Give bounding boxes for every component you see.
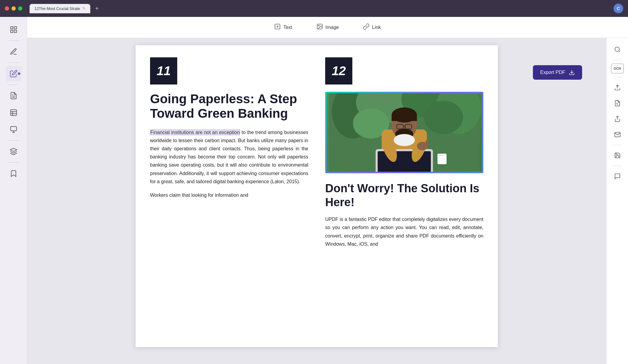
right-number-badge: 12 xyxy=(325,57,352,85)
article-image xyxy=(327,93,482,172)
link-label: Link xyxy=(372,25,381,30)
export-icon xyxy=(569,69,575,75)
image-icon xyxy=(316,23,323,31)
svg-point-31 xyxy=(394,134,415,146)
ocr-button[interactable]: OCR xyxy=(611,64,624,73)
svg-rect-0 xyxy=(11,27,13,29)
doc-area[interactable]: Export PDF 11 xyxy=(27,38,606,364)
image-tool[interactable]: Image xyxy=(312,21,344,34)
svg-rect-35 xyxy=(438,155,446,156)
body-text-block: Financial institutions are not an except… xyxy=(150,128,308,186)
svg-rect-10 xyxy=(11,126,17,131)
link-icon xyxy=(363,23,370,31)
svg-point-43 xyxy=(617,103,617,104)
sidebar xyxy=(0,17,27,364)
section-title: Don't Worry! The Solution Is Here! xyxy=(325,182,483,209)
close-button[interactable] xyxy=(5,6,9,11)
save-button[interactable] xyxy=(611,149,624,162)
minimize-button[interactable] xyxy=(11,6,16,11)
right-column: 12 xyxy=(325,57,483,335)
svg-line-41 xyxy=(619,51,620,52)
right-panel: OCR xyxy=(606,38,628,364)
image-container xyxy=(325,92,483,173)
right-number: 12 xyxy=(332,64,346,78)
svg-rect-6 xyxy=(11,110,17,116)
sidebar-divider-2 xyxy=(8,62,19,63)
tab-container: 12The Most Crucial Strate ✎ + xyxy=(30,4,101,13)
right-divider-4 xyxy=(613,166,622,166)
sidebar-item-annotate[interactable] xyxy=(6,44,21,59)
add-tab-button[interactable]: + xyxy=(93,4,101,13)
sidebar-item-organize[interactable] xyxy=(6,88,21,104)
export-btn-container: Export PDF xyxy=(533,65,582,80)
highlighted-sentence: Financial institutions are not an except… xyxy=(150,129,240,135)
text-tool[interactable]: Text xyxy=(269,21,297,34)
image-label: Image xyxy=(325,25,339,30)
body-text-2: Workers claim that looking for informati… xyxy=(150,191,308,199)
app-container: Text Image xyxy=(0,17,628,364)
text-icon xyxy=(274,23,281,31)
traffic-lights xyxy=(5,6,22,11)
svg-rect-2 xyxy=(11,30,13,33)
sidebar-item-edit[interactable] xyxy=(6,66,21,81)
svg-rect-3 xyxy=(14,30,17,33)
left-column: 11 Going Paperless: A Step Toward Green … xyxy=(150,57,308,335)
sidebar-divider-1 xyxy=(8,40,19,41)
svg-marker-11 xyxy=(10,148,17,152)
toolbar: Text Image xyxy=(27,17,628,38)
sidebar-item-stamps[interactable] xyxy=(6,122,21,137)
right-divider-1 xyxy=(613,60,622,60)
person-illustration xyxy=(327,93,482,172)
document-info-button[interactable] xyxy=(611,97,624,110)
share-button[interactable] xyxy=(611,112,624,126)
sidebar-divider-5 xyxy=(8,162,19,163)
svg-point-14 xyxy=(318,25,319,26)
left-number-badge: 11 xyxy=(150,57,177,85)
avatar[interactable]: C xyxy=(614,4,623,13)
export-label: Export PDF xyxy=(540,70,565,75)
search-button[interactable] xyxy=(611,43,624,56)
chat-button[interactable] xyxy=(611,170,624,183)
sidebar-item-pages[interactable] xyxy=(6,22,21,37)
sidebar-item-layers[interactable] xyxy=(6,144,21,159)
body-continuation: to the trend among businesses worldwide … xyxy=(150,130,308,184)
sidebar-item-layout[interactable] xyxy=(6,105,21,120)
email-button[interactable] xyxy=(611,128,624,141)
left-number: 11 xyxy=(157,64,171,78)
article-title: Going Paperless: A Step Toward Green Ban… xyxy=(150,92,308,121)
svg-point-22 xyxy=(424,101,463,134)
svg-rect-39 xyxy=(425,140,428,147)
sidebar-divider-4 xyxy=(8,140,19,141)
svg-point-40 xyxy=(615,47,619,52)
right-divider-2 xyxy=(613,77,622,77)
svg-rect-1 xyxy=(14,27,17,29)
tab-title: 12The Most Crucial Strate xyxy=(34,6,80,11)
export-pdf-button[interactable]: Export PDF xyxy=(533,65,582,80)
link-tool[interactable]: Link xyxy=(358,21,386,34)
text-label: Text xyxy=(283,25,292,30)
right-body-text: UPDF is a fantastic PDF editor that comp… xyxy=(325,215,483,248)
maximize-button[interactable] xyxy=(18,6,22,11)
document-page: 11 Going Paperless: A Step Toward Green … xyxy=(136,45,498,347)
edit-icon: ✎ xyxy=(82,6,85,11)
titlebar: 12The Most Crucial Strate ✎ + C xyxy=(0,0,628,17)
main-layout: Export PDF 11 xyxy=(27,38,628,364)
right-divider-3 xyxy=(613,145,622,145)
active-tab[interactable]: 12The Most Crucial Strate ✎ xyxy=(30,4,90,13)
export-icon-button[interactable] xyxy=(611,81,624,94)
active-indicator xyxy=(18,72,20,75)
sidebar-item-bookmark[interactable] xyxy=(6,166,21,181)
svg-rect-26 xyxy=(392,115,417,121)
sidebar-divider-3 xyxy=(8,85,19,85)
toolbar-and-doc: Text Image xyxy=(27,17,628,364)
content-wrapper: Text Image xyxy=(27,17,628,364)
